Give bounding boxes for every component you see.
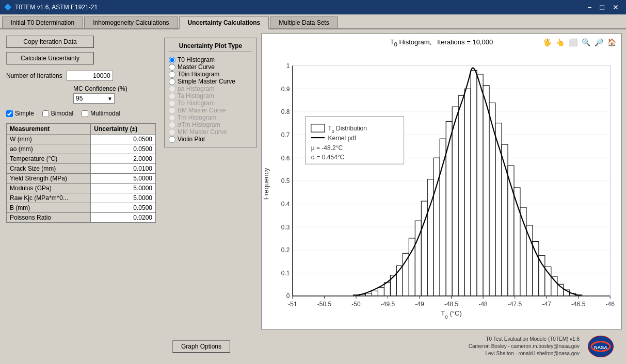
mc-conf-select[interactable]: 95 90 99 bbox=[73, 93, 115, 104]
simple-checkbox[interactable] bbox=[6, 110, 13, 117]
radio-label-t0-histogram: T0 Histogram bbox=[178, 56, 215, 63]
tab-initial-t0-label: Initial T0 Determination bbox=[11, 19, 74, 26]
bimodal-label: Bimodal bbox=[51, 110, 73, 117]
radio-master-curve[interactable] bbox=[169, 64, 175, 71]
svg-text:0.1: 0.1 bbox=[281, 269, 290, 276]
svg-rect-64 bbox=[458, 95, 464, 296]
calculate-uncertainty-btn[interactable]: Calculate Uncertainty bbox=[6, 52, 94, 64]
radio-label-simple-master-curve: Simple Master Curve bbox=[178, 78, 235, 85]
svg-rect-76 bbox=[533, 241, 539, 296]
uncertainty-cell[interactable]: 0.0100 bbox=[91, 164, 156, 174]
footer-line3: Levi Shelton - ronald.l.shelton@nasa.gov bbox=[469, 350, 580, 357]
nasa-logo: NASA bbox=[588, 336, 614, 357]
radio-item-ta-histogram: Ta Histogram bbox=[169, 92, 252, 100]
radio-item-t0in-histogram[interactable]: T0in Histogram bbox=[169, 71, 252, 78]
uncertainty-cell[interactable]: 0.0500 bbox=[91, 135, 156, 144]
uncertainty-cell[interactable]: 0.0500 bbox=[91, 144, 156, 154]
chart-tool-zoom-box[interactable]: ⬜ bbox=[568, 37, 579, 47]
chart-tool-zoom-in[interactable]: 🔍 bbox=[581, 37, 591, 47]
radio-item-t0-histogram[interactable]: T0 Histogram bbox=[169, 56, 252, 63]
tab-inhomogeneity[interactable]: Inhomogeneity Calculations bbox=[84, 16, 178, 28]
svg-rect-52 bbox=[384, 283, 390, 296]
radio-item-sigma-tm-histogram: σTm Histogram bbox=[169, 121, 252, 128]
radio-item-violin-plot[interactable]: Violin Plot bbox=[169, 136, 252, 143]
uncertainty-cell[interactable]: 5.0000 bbox=[91, 193, 156, 203]
radio-label-bm-master-curve: BM Master Curve bbox=[178, 107, 226, 114]
svg-rect-77 bbox=[539, 255, 545, 295]
minimize-button[interactable]: − bbox=[584, 3, 595, 11]
svg-text:-49: -49 bbox=[415, 300, 424, 307]
footer-line1: T0 Test Evaluation Module (T0TEM) v1.6 bbox=[469, 336, 580, 343]
svg-text:0.7: 0.7 bbox=[281, 131, 290, 139]
radio-label-pa-histogram: pa Histogram bbox=[178, 85, 214, 92]
multimodal-checkbox-item[interactable]: Multimodal bbox=[82, 110, 120, 117]
graph-options-button[interactable]: Graph Options bbox=[172, 340, 230, 353]
svg-text:1: 1 bbox=[286, 62, 290, 70]
bimodal-checkbox-item[interactable]: Bimodal bbox=[42, 110, 73, 117]
measurement-cell: Temperature (°C) bbox=[7, 154, 91, 164]
tab-uncertainty[interactable]: Uncertainty Calculations bbox=[179, 16, 269, 29]
main-content: Copy Iteration Data Calculate Uncertaint… bbox=[0, 29, 626, 363]
radio-sigma-tm-histogram bbox=[169, 122, 175, 128]
svg-rect-70 bbox=[495, 123, 502, 295]
svg-rect-79 bbox=[551, 276, 557, 296]
radio-mm-master-curve bbox=[169, 129, 175, 136]
title-bar: 🔷 T0TEM v1.6, ASTM E1921-21 − □ ✕ bbox=[0, 0, 626, 14]
close-button[interactable]: ✕ bbox=[609, 3, 622, 11]
table-row: Raw Kjc (MPa*m^0...5.0000 bbox=[7, 193, 156, 203]
svg-text:-50.5: -50.5 bbox=[317, 300, 332, 307]
svg-text:-48: -48 bbox=[478, 300, 488, 307]
uncertainty-cell[interactable]: 2.0000 bbox=[91, 154, 156, 164]
iterations-label: Number of Iterations bbox=[6, 72, 62, 79]
table-row: Poissons Ratio0.0200 bbox=[7, 213, 156, 223]
table-row: ao (mm)0.0500 bbox=[7, 144, 156, 154]
tab-multiple-data[interactable]: Multiple Data Sets bbox=[270, 16, 338, 28]
simple-checkbox-item[interactable]: Simple bbox=[6, 110, 34, 117]
svg-text:Frequency: Frequency bbox=[262, 168, 270, 200]
svg-text:0.9: 0.9 bbox=[281, 85, 290, 92]
radio-simple-master-curve[interactable] bbox=[169, 78, 175, 85]
measurement-cell: W (mm) bbox=[7, 135, 91, 144]
chart-tool-pan[interactable]: 🖐 bbox=[542, 37, 553, 47]
radio-label-master-curve: Master Curve bbox=[178, 63, 215, 71]
chart-tool-zoom-out[interactable]: 🔎 bbox=[593, 37, 604, 47]
table-row: W (mm)0.0500 bbox=[7, 135, 156, 144]
mc-conf-label: MC Confidence (%) bbox=[73, 85, 154, 92]
table-row: B (mm)0.0500 bbox=[7, 203, 156, 213]
radio-label-violin-plot: Violin Plot bbox=[178, 136, 205, 143]
radio-item-master-curve[interactable]: Master Curve bbox=[169, 63, 252, 71]
svg-rect-68 bbox=[483, 85, 489, 295]
radio-t0-histogram[interactable] bbox=[169, 57, 175, 63]
chart-tool-home[interactable]: 🏠 bbox=[606, 37, 617, 47]
uncertainty-cell[interactable]: 0.0500 bbox=[91, 203, 156, 213]
chart-tool-data[interactable]: 👆 bbox=[555, 37, 566, 47]
svg-text:-47.5: -47.5 bbox=[508, 300, 522, 307]
radio-t0in-histogram[interactable] bbox=[169, 71, 175, 78]
radio-tm-histogram bbox=[169, 114, 175, 121]
tab-initial-t0[interactable]: Initial T0 Determination bbox=[2, 16, 83, 28]
radio-item-tm-histogram: Tm Histogram bbox=[169, 114, 252, 121]
multimodal-checkbox[interactable] bbox=[82, 110, 88, 117]
top-right: Uncertainty Plot Type T0 HistogramMaster… bbox=[164, 34, 622, 329]
uncertainty-cell[interactable]: 0.0200 bbox=[91, 213, 156, 223]
measurement-cell: B (mm) bbox=[7, 203, 91, 213]
svg-rect-63 bbox=[452, 107, 458, 296]
uncertainty-cell[interactable]: 5.0000 bbox=[91, 184, 156, 193]
svg-text:0.8: 0.8 bbox=[281, 108, 290, 115]
radio-item-simple-master-curve[interactable]: Simple Master Curve bbox=[169, 78, 252, 85]
svg-text:-46: -46 bbox=[606, 300, 615, 307]
bimodal-checkbox[interactable] bbox=[42, 110, 49, 117]
checkboxes-row: Simple Bimodal Multimodal bbox=[6, 110, 154, 117]
iterations-input[interactable] bbox=[67, 71, 113, 81]
radio-violin-plot[interactable] bbox=[169, 136, 175, 143]
radio-label-t0in-histogram: T0in Histogram bbox=[178, 71, 219, 78]
svg-text:-51: -51 bbox=[288, 300, 297, 307]
copy-iteration-btn[interactable]: Copy Iteration Data bbox=[6, 36, 94, 48]
mc-conf-section: MC Confidence (%) 95 90 99 ▼ bbox=[73, 85, 154, 104]
maximize-button[interactable]: □ bbox=[597, 3, 607, 11]
svg-text:0.5: 0.5 bbox=[281, 177, 290, 185]
left-panel: Copy Iteration Data Calculate Uncertaint… bbox=[0, 29, 160, 363]
radio-label-tm-histogram: Tm Histogram bbox=[178, 114, 216, 121]
svg-rect-51 bbox=[378, 287, 384, 295]
uncertainty-cell[interactable]: 5.0000 bbox=[91, 174, 156, 184]
